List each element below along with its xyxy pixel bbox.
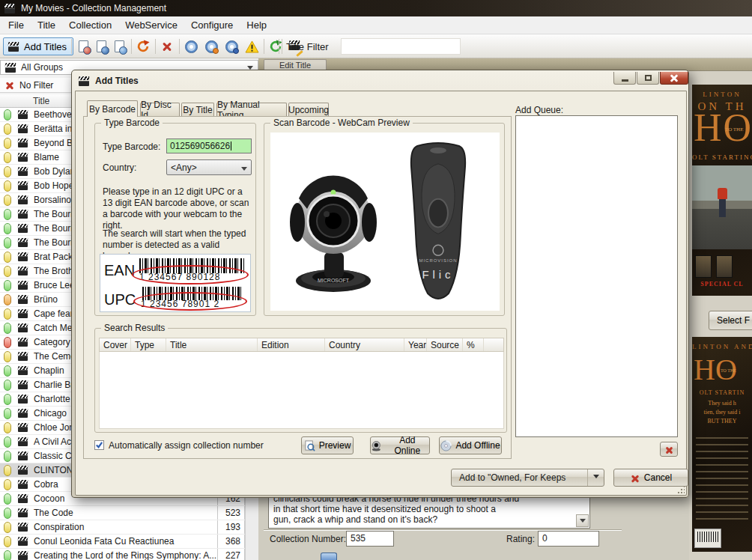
close-icon — [670, 73, 679, 82]
column-header[interactable]: Country — [325, 338, 404, 351]
disc-back-button[interactable] — [183, 38, 199, 55]
table-row[interactable]: Conul Leonida Fata Cu Reactiunea368 — [0, 535, 245, 549]
column-header[interactable]: % — [463, 338, 484, 351]
select-front-button[interactable]: Select F — [709, 311, 752, 330]
group-label: Search Results — [101, 323, 168, 333]
cover-body-text — [696, 434, 748, 523]
column-header[interactable]: Cover — [100, 338, 131, 351]
warnings-button[interactable] — [243, 38, 260, 55]
add-queue-list[interactable] — [515, 115, 678, 437]
cover-text: TO THE — [721, 368, 736, 373]
divider — [264, 529, 622, 530]
add-online-button[interactable]: Add Online — [370, 436, 430, 454]
table-row[interactable]: Creating the Lord of the Rings Symphony:… — [0, 549, 245, 560]
column-header[interactable]: Title — [166, 338, 258, 351]
status-pill-icon — [0, 294, 15, 305]
country-select[interactable]: <Any> — [166, 159, 252, 175]
add-titles-button[interactable]: Add Titles — [3, 37, 73, 55]
movie-clapper-icon — [15, 224, 31, 233]
delete-button[interactable] — [159, 38, 175, 55]
upc-label: UPC — [104, 291, 136, 308]
table-row[interactable]: Conspiration193 — [0, 520, 245, 535]
menu-item[interactable]: Configure — [184, 16, 240, 34]
import-page-button[interactable] — [93, 38, 109, 55]
status-pill-icon — [0, 152, 15, 163]
refresh-green-icon — [269, 40, 282, 53]
column-header[interactable]: Source — [427, 338, 463, 351]
tab-By Disc Id[interactable]: By Disc Id — [140, 103, 180, 117]
close-button[interactable] — [660, 72, 688, 85]
tab-By Manual Typing[interactable]: By Manual Typing — [216, 103, 287, 117]
filter-label: No Filter — [19, 80, 53, 91]
movie-clapper-icon — [15, 238, 31, 247]
results-list[interactable] — [99, 352, 504, 429]
scroll-down-button[interactable] — [576, 514, 589, 527]
update-button[interactable] — [135, 38, 151, 55]
save-page-button[interactable] — [111, 38, 127, 55]
tab-By Title[interactable]: By Title — [181, 103, 214, 117]
rating-label: Rating: — [506, 534, 535, 544]
title-filter-input[interactable] — [341, 38, 461, 55]
movie-clapper-icon — [15, 366, 31, 375]
menu-item[interactable]: Collection — [62, 16, 118, 34]
status-pill-icon — [0, 109, 15, 121]
title-cell: The Code — [31, 508, 217, 518]
number-cell: 193 — [217, 520, 245, 534]
column-header[interactable]: Edition — [258, 338, 325, 351]
preview-button[interactable]: Preview — [301, 436, 354, 454]
toolbar-separator — [131, 39, 132, 54]
auto-assign-checkbox[interactable] — [94, 440, 104, 450]
movie-clapper-icon — [15, 323, 31, 332]
title-cell: Creating the Lord of the Rings Symphony:… — [31, 550, 217, 560]
man-legs — [719, 199, 726, 217]
results-header-row: CoverTypeTitleEditionCountryYearSource% — [99, 338, 504, 352]
collection-number-field[interactable]: 535 — [346, 531, 394, 547]
front-cover-image[interactable]: LINTON ON TH HO TO THE OLT STARTING SPEC… — [692, 85, 752, 296]
add-to-label: Add to "Owned, For Keeps — [452, 472, 587, 483]
queue-delete-button[interactable] — [660, 442, 678, 457]
disc-person-button[interactable] — [203, 38, 219, 55]
status-pill-icon — [0, 209, 15, 220]
toolbar-separator — [279, 39, 279, 54]
menu-item[interactable]: File — [1, 16, 31, 34]
status-pill-icon — [0, 479, 15, 490]
barcode-input[interactable]: 012569056626 — [166, 139, 252, 153]
app-clapper-icon — [4, 4, 16, 13]
dialog-titlebar[interactable]: Add Titles — [75, 73, 139, 89]
tab-By Barcode[interactable]: By Barcode — [87, 100, 138, 117]
dropdown-arrow-section[interactable] — [587, 469, 604, 486]
add-to-split-button[interactable]: Add to "Owned, For Keeps — [451, 469, 604, 487]
status-pill-icon — [0, 223, 15, 234]
movie-clapper-icon — [15, 451, 31, 460]
maximize-button[interactable] — [637, 72, 659, 85]
export-page-button[interactable] — [75, 38, 91, 55]
add-titles-dialog: Add Titles By BarcodeBy Disc IdBy TitleB… — [71, 70, 689, 498]
movie-clapper-icon — [15, 181, 31, 190]
minimize-button[interactable] — [613, 72, 636, 85]
help-text-1: Please type in an 12 digit UPC or a 13 d… — [103, 186, 251, 231]
disc-save-button[interactable] — [223, 38, 240, 55]
flic-scanner-icon: MICROVISION Flic — [392, 139, 485, 306]
movie-clapper-icon — [15, 551, 31, 560]
add-offline-button[interactable]: Add Offline — [439, 436, 502, 454]
disc-person-icon — [205, 40, 218, 53]
resize-grip[interactable] — [677, 487, 685, 494]
menu-item[interactable]: WebService — [118, 16, 184, 34]
movie-clapper-icon — [15, 139, 31, 147]
table-row[interactable]: The Code523 — [0, 506, 245, 520]
back-cover-image[interactable]: LINTON ANDE HO TO THE OLT STARTIN They s… — [692, 337, 752, 552]
column-header[interactable]: Type — [131, 338, 166, 351]
window-titlebar[interactable]: My Movies - Collection Management — [0, 0, 752, 16]
toolbar: Add Titles Title Filter — [0, 34, 752, 58]
cancel-button[interactable]: Cancel — [613, 469, 688, 487]
page-globe-icon — [79, 40, 88, 52]
groups-label: All Groups — [21, 62, 63, 73]
menu-item[interactable]: Help — [240, 16, 273, 34]
rating-field[interactable]: 0 — [538, 531, 599, 547]
movie-clapper-icon — [15, 537, 31, 546]
cover-barcode — [694, 529, 721, 548]
menu-item[interactable]: Title — [31, 16, 62, 34]
column-header[interactable]: Year — [404, 338, 427, 351]
tab-Upcoming[interactable]: Upcoming — [288, 103, 329, 117]
status-pill-icon — [0, 166, 15, 177]
